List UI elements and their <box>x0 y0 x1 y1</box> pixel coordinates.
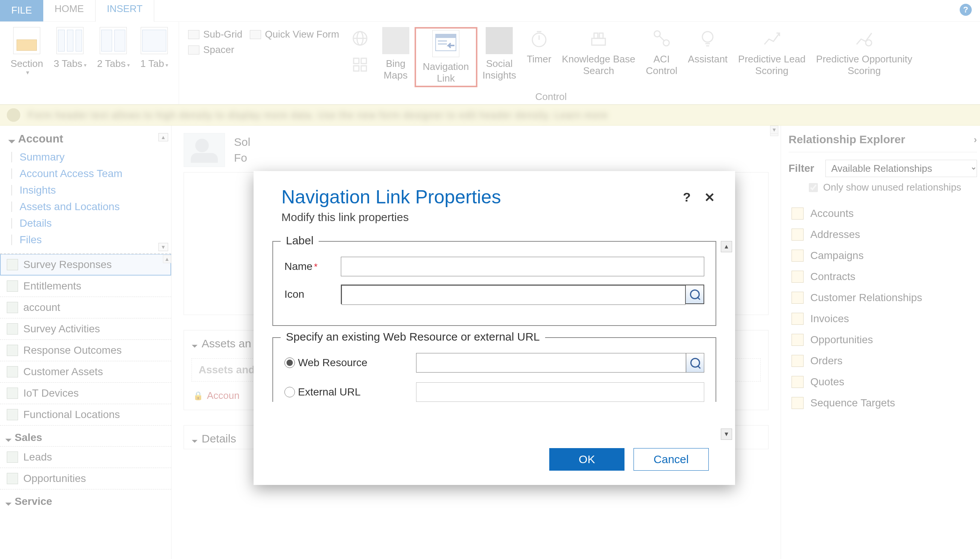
rel-item-customer-rel[interactable]: Customer Relationships <box>789 287 977 308</box>
nav-link-assets[interactable]: Assets and Locations <box>10 198 164 215</box>
ribbon-assistant-button[interactable]: Assistant <box>683 27 733 65</box>
only-unused-checkbox[interactable] <box>809 183 818 192</box>
nav-link-insights[interactable]: Insights <box>10 182 164 198</box>
ribbon-kb-label: Knowledge Base Search <box>562 53 635 77</box>
grid-icon <box>349 53 371 76</box>
source-fieldset: Specify an existing Web Resource or exte… <box>272 337 716 402</box>
ribbon-navlink-highlight: Navigation Link <box>415 27 478 87</box>
rel-item-sequence[interactable]: Sequence Targets <box>789 392 977 413</box>
name-input[interactable] <box>341 257 704 276</box>
help-icon[interactable]: ? <box>960 4 972 16</box>
ok-button[interactable]: OK <box>549 448 625 471</box>
list-icon <box>7 302 18 313</box>
nav-item-iot-devices[interactable]: IoT Devices <box>0 382 171 404</box>
tab-file[interactable]: FILE <box>0 0 43 22</box>
dialog-close-icon[interactable]: ✕ <box>704 190 715 205</box>
rel-item-accounts[interactable]: Accounts <box>789 203 977 224</box>
nav-link-access-team[interactable]: Account Access Team <box>10 165 164 182</box>
icon-input[interactable] <box>342 285 685 305</box>
external-url-radio[interactable] <box>284 387 295 397</box>
list-icon <box>7 388 18 399</box>
ribbon-social-button[interactable]: Social Insights <box>478 27 522 81</box>
web-resource-lookup-button[interactable] <box>686 353 704 372</box>
canvas-scroll-down[interactable]: ▼ <box>770 126 778 134</box>
lightbulb-icon <box>696 27 719 50</box>
ribbon-2tabs-button[interactable]: 2 Tabs▾ <box>92 27 135 69</box>
ribbon-3tabs-button[interactable]: 3 Tabs▾ <box>48 27 92 69</box>
ribbon-kb-button[interactable]: Knowledge Base Search <box>557 27 641 77</box>
aci-icon <box>650 27 673 50</box>
web-resource-lookup <box>416 353 704 372</box>
nav-item-response-outcomes[interactable]: Response Outcomes <box>0 339 171 361</box>
rel-item-quotes[interactable]: Quotes <box>789 371 977 392</box>
entity-avatar-icon <box>184 133 225 167</box>
ribbon-globe-button[interactable] <box>343 27 377 80</box>
solution-label: Sol <box>234 136 250 149</box>
rel-item-orders[interactable]: Orders <box>789 351 977 371</box>
opportunity-icon <box>791 334 804 346</box>
form-label: Fo <box>234 152 250 164</box>
ribbon-bingmaps-button[interactable]: Bing Maps <box>377 27 415 81</box>
two-columns-icon <box>100 27 127 54</box>
nav-group-sales[interactable]: Sales <box>0 425 171 447</box>
nav-link-summary[interactable]: Summary <box>10 149 164 165</box>
ribbon-quickview-button[interactable]: Quick View Form <box>250 28 339 40</box>
dialog-scroll-down[interactable]: ▼ <box>721 428 732 440</box>
nav-scroll-up[interactable]: ▲ <box>158 133 168 141</box>
nav-item-leads[interactable]: Leads <box>0 446 171 468</box>
nav-link-details[interactable]: Details <box>10 215 164 232</box>
web-resource-radio[interactable] <box>284 357 295 368</box>
dialog-subtitle: Modify this link properties <box>281 211 713 224</box>
navigation-link-icon <box>432 30 459 57</box>
ribbon-1tab-button[interactable]: 1 Tab▾ <box>135 27 173 69</box>
list-icon <box>7 345 18 356</box>
nav-item-survey-activities[interactable]: Survey Activities <box>0 318 171 340</box>
nav-item-functional-locations[interactable]: Functional Locations <box>0 404 171 425</box>
ribbon-timer-button[interactable]: Timer <box>521 27 556 65</box>
ribbon-popp-button[interactable]: Predictive Opportunity Scoring <box>811 27 917 77</box>
rel-item-addresses[interactable]: Addresses <box>789 224 977 245</box>
nav-link-files[interactable]: Files <box>10 232 164 248</box>
subgrid-icon <box>188 30 199 39</box>
ribbon-navlink-button[interactable]: Navigation Link <box>418 30 474 84</box>
filter-select[interactable]: Available Relationships <box>826 160 977 177</box>
ribbon-subgrid-button[interactable]: Sub-Grid <box>188 28 242 40</box>
nav-group-service[interactable]: Service <box>0 490 171 511</box>
label-fieldset: Label Name* Icon <box>272 241 716 326</box>
navigation-link-properties-dialog: Navigation Link Properties Modify this l… <box>254 171 735 485</box>
web-resource-input[interactable] <box>416 353 686 372</box>
nav-item-account[interactable]: account <box>0 297 171 318</box>
nav-scroll-down[interactable]: ▼ <box>158 243 168 251</box>
nav-item-opportunities[interactable]: Opportunities <box>0 468 171 490</box>
ribbon-section-button[interactable]: Section ▼ <box>5 27 48 76</box>
ribbon-spacer-button[interactable]: Spacer <box>188 44 242 56</box>
dialog-help-icon[interactable]: ? <box>683 190 691 205</box>
tab-insert[interactable]: INSERT <box>95 0 154 22</box>
nav-item-survey-responses[interactable]: Survey Responses <box>0 254 171 276</box>
ribbon-popp-label: Predictive Opportunity Scoring <box>816 53 912 77</box>
ribbon-assistant-label: Assistant <box>688 53 728 65</box>
ribbon-navlink-label: Navigation Link <box>423 61 469 84</box>
expand-icon[interactable]: › <box>973 134 977 146</box>
rel-item-contracts[interactable]: Contracts <box>789 266 977 287</box>
rel-item-campaigns[interactable]: Campaigns <box>789 245 977 266</box>
tab-home[interactable]: HOME <box>43 0 95 22</box>
rel-item-opportunities[interactable]: Opportunities <box>789 329 977 351</box>
nav-entity-header[interactable]: Account <box>10 132 164 145</box>
svg-rect-15 <box>594 33 598 38</box>
ribbon-plead-button[interactable]: Predictive Lead Scoring <box>733 27 811 77</box>
social-icon <box>486 27 513 54</box>
ribbon-aci-button[interactable]: ACI Control <box>641 27 683 77</box>
icon-lookup-button[interactable] <box>685 285 703 303</box>
nav-item-entitlements[interactable]: Entitlements <box>0 275 171 297</box>
cancel-button[interactable]: Cancel <box>633 448 709 471</box>
list-icon <box>7 280 18 292</box>
nav-item-customer-assets[interactable]: Customer Assets <box>0 361 171 383</box>
rp-title-text: Relationship Explorer <box>789 133 905 146</box>
ribbon-tabs: FILE HOME INSERT ? <box>0 0 980 22</box>
dialog-scroll-up[interactable]: ▲ <box>721 241 732 252</box>
navitems-scroll-up[interactable]: ▲ <box>163 255 171 263</box>
external-url-input[interactable] <box>416 382 704 402</box>
rel-item-invoices[interactable]: Invoices <box>789 308 977 329</box>
order-icon <box>791 355 804 367</box>
